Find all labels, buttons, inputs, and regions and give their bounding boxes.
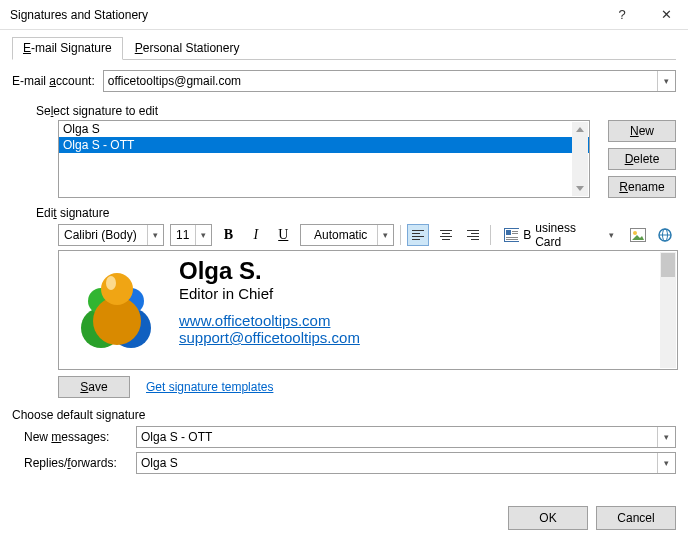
signature-name: Olga S. xyxy=(179,257,360,285)
svg-rect-2 xyxy=(512,231,518,232)
ok-button[interactable]: OK xyxy=(508,506,588,530)
delete-button[interactable]: Delete xyxy=(608,148,676,170)
tab-personal-stationery[interactable]: Personal Stationery xyxy=(125,38,250,59)
font-color-select[interactable]: Automatic ▾ xyxy=(300,224,394,246)
new-messages-combo[interactable]: Olga S - OTT ▾ xyxy=(136,426,676,448)
email-account-value: officetooltips@gmail.com xyxy=(108,74,241,88)
italic-button[interactable]: I xyxy=(245,224,266,246)
select-signature-label: Select signature to edit xyxy=(36,104,676,118)
divider xyxy=(490,225,491,245)
signature-role: Editor in Chief xyxy=(179,285,360,302)
chevron-down-icon: ▾ xyxy=(657,71,675,91)
scrollbar[interactable] xyxy=(572,122,588,196)
align-right-button[interactable] xyxy=(462,224,483,246)
divider xyxy=(400,225,401,245)
business-card-button[interactable]: Business Card ▾ xyxy=(497,224,621,246)
align-center-button[interactable] xyxy=(435,224,456,246)
svg-point-7 xyxy=(633,231,637,235)
edit-signature-label: Edit signature xyxy=(36,206,676,220)
help-button[interactable]: ? xyxy=(600,0,644,30)
get-templates-link[interactable]: Get signature templates xyxy=(146,380,273,394)
rename-button[interactable]: Rename xyxy=(608,176,676,198)
align-left-button[interactable] xyxy=(407,224,429,246)
font-family-select[interactable]: Calibri (Body) ▾ xyxy=(58,224,164,246)
new-messages-label: New messages: xyxy=(24,430,128,444)
chevron-down-icon: ▾ xyxy=(195,225,211,245)
picture-icon xyxy=(630,228,646,242)
chevron-down-icon: ▾ xyxy=(657,453,675,473)
svg-point-17 xyxy=(106,276,116,290)
signature-editor[interactable]: Olga S. Editor in Chief www.officetoolti… xyxy=(58,250,678,370)
email-account-label: E-mail account: xyxy=(12,74,95,88)
svg-rect-5 xyxy=(506,239,518,240)
scrollbar[interactable] xyxy=(660,252,676,368)
font-size-select[interactable]: 11 ▾ xyxy=(170,224,212,246)
svg-point-16 xyxy=(101,273,133,305)
close-button[interactable]: ✕ xyxy=(644,0,688,30)
avatar-icon xyxy=(67,255,167,365)
new-button[interactable]: New xyxy=(608,120,676,142)
replies-forwards-label: Replies/forwards: xyxy=(24,456,128,470)
email-account-combo[interactable]: officetooltips@gmail.com ▾ xyxy=(103,70,676,92)
editor-toolbar: Calibri (Body) ▾ 11 ▾ B I U Automatic ▾ … xyxy=(58,224,676,246)
title-bar: Signatures and Stationery ? ✕ xyxy=(0,0,688,30)
hyperlink-icon xyxy=(657,227,673,243)
svg-rect-1 xyxy=(506,230,511,235)
insert-picture-button[interactable] xyxy=(627,224,648,246)
chevron-down-icon: ▾ xyxy=(377,225,393,245)
svg-rect-3 xyxy=(512,233,518,234)
signature-listbox[interactable]: Olga S Olga S - OTT xyxy=(58,120,590,198)
signature-email[interactable]: support@officetooltips.com xyxy=(179,329,360,346)
replies-forwards-value: Olga S xyxy=(141,456,178,470)
signature-website[interactable]: www.officetooltips.com xyxy=(179,312,360,329)
tab-bar: E-mail Signature Personal Stationery xyxy=(12,38,676,60)
replies-forwards-combo[interactable]: Olga S ▾ xyxy=(136,452,676,474)
defaults-heading: Choose default signature xyxy=(12,408,676,422)
bold-button[interactable]: B xyxy=(218,224,239,246)
business-card-icon xyxy=(504,228,520,242)
list-item[interactable]: Olga S xyxy=(59,121,589,137)
new-messages-value: Olga S - OTT xyxy=(141,430,212,444)
save-button[interactable]: Save xyxy=(58,376,130,398)
underline-button[interactable]: U xyxy=(273,224,294,246)
svg-rect-4 xyxy=(506,237,518,238)
tab-email-signature[interactable]: E-mail Signature xyxy=(12,37,123,60)
signature-text-block[interactable]: Olga S. Editor in Chief www.officetoolti… xyxy=(179,257,360,365)
insert-hyperlink-button[interactable] xyxy=(654,224,675,246)
chevron-down-icon: ▾ xyxy=(147,225,163,245)
list-item[interactable]: Olga S - OTT xyxy=(59,137,589,153)
chevron-down-icon: ▾ xyxy=(657,427,675,447)
cancel-button[interactable]: Cancel xyxy=(596,506,676,530)
window-title: Signatures and Stationery xyxy=(10,8,600,22)
